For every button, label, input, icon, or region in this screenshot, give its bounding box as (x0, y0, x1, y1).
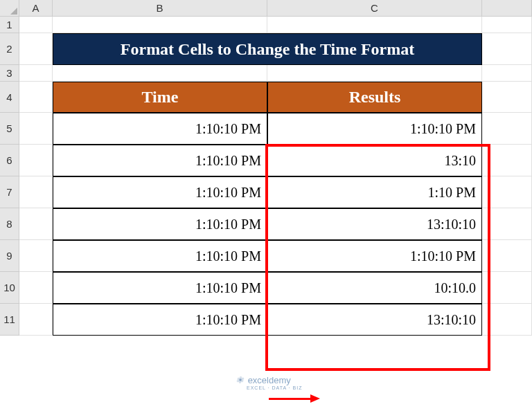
cell-d4[interactable] (482, 82, 532, 113)
row-header-1[interactable]: 1 (0, 17, 19, 33)
cell-c7[interactable]: 1:10 PM (267, 176, 482, 208)
cell-a7[interactable] (19, 176, 53, 208)
cell-d9[interactable] (482, 240, 532, 272)
cell-b9[interactable]: 1:10:10 PM (53, 240, 267, 272)
col-header-d[interactable] (482, 0, 532, 17)
cell-b6[interactable]: 1:10:10 PM (53, 145, 267, 176)
cell-c6[interactable]: 13:10 (267, 145, 482, 176)
cell-a1[interactable] (19, 17, 53, 33)
cell-d3[interactable] (482, 65, 532, 82)
cell-d8[interactable] (482, 208, 532, 240)
cell-c10[interactable]: 10:10.0 (267, 272, 482, 304)
cell-a4[interactable] (19, 82, 53, 113)
cell-a11[interactable] (19, 304, 53, 336)
cell-d1[interactable] (482, 17, 532, 33)
cell-a6[interactable] (19, 145, 53, 176)
cell-d10[interactable] (482, 272, 532, 304)
cell-a8[interactable] (19, 208, 53, 240)
cell-c8[interactable]: 13:10:10 (267, 208, 482, 240)
cell-c11[interactable]: 13:10:10 (267, 304, 482, 336)
cell-d5[interactable] (482, 113, 532, 145)
cell-b1[interactable] (53, 17, 267, 33)
cell-a2[interactable] (19, 33, 53, 65)
cell-b7[interactable]: 1:10:10 PM (53, 176, 267, 208)
row-header-4[interactable]: 4 (0, 82, 19, 113)
cell-c9[interactable]: 1:10:10 PM (267, 240, 482, 272)
cell-d11[interactable] (482, 304, 532, 336)
row-header-5[interactable]: 5 (0, 113, 19, 145)
watermark-text: exceldemy (248, 375, 291, 385)
row-header-7[interactable]: 7 (0, 176, 19, 208)
header-time[interactable]: Time (53, 82, 267, 113)
cell-b11[interactable]: 1:10:10 PM (53, 304, 267, 336)
row-header-9[interactable]: 9 (0, 240, 19, 272)
arrow-line (269, 398, 310, 400)
title-cell[interactable]: Format Cells to Change the Time Format (53, 33, 482, 65)
cell-a5[interactable] (19, 113, 53, 145)
cell-b5[interactable]: 1:10:10 PM (53, 113, 267, 145)
col-header-b[interactable]: B (53, 0, 267, 17)
row-header-3[interactable]: 3 (0, 65, 19, 82)
row-header-6[interactable]: 6 (0, 145, 19, 176)
arrow-indicator (269, 394, 320, 403)
col-header-a[interactable]: A (19, 0, 53, 17)
spreadsheet-grid: A B C 1 2 Format Cells to Change the Tim… (0, 0, 532, 336)
col-header-c[interactable]: C (267, 0, 482, 17)
cell-c1[interactable] (267, 17, 482, 33)
cell-c3[interactable] (267, 65, 482, 82)
row-header-2[interactable]: 2 (0, 33, 19, 65)
cell-b3[interactable] (53, 65, 267, 82)
cell-b8[interactable]: 1:10:10 PM (53, 208, 267, 240)
select-all-corner[interactable] (0, 0, 19, 17)
cell-a3[interactable] (19, 65, 53, 82)
cell-a10[interactable] (19, 272, 53, 304)
arrow-head-icon (310, 394, 320, 403)
cell-b10[interactable]: 1:10:10 PM (53, 272, 267, 304)
row-header-10[interactable]: 10 (0, 272, 19, 304)
row-header-11[interactable]: 11 (0, 304, 19, 336)
cell-d6[interactable] (482, 145, 532, 176)
watermark: exceldemy EXCEL · DATA · BIZ (236, 375, 303, 390)
cell-a9[interactable] (19, 240, 53, 272)
gear-icon (236, 375, 245, 385)
row-header-8[interactable]: 8 (0, 208, 19, 240)
cell-c5[interactable]: 1:10:10 PM (267, 113, 482, 145)
cell-d7[interactable] (482, 176, 532, 208)
cell-d2[interactable] (482, 33, 532, 65)
header-results[interactable]: Results (267, 82, 482, 113)
watermark-tagline: EXCEL · DATA · BIZ (247, 385, 303, 390)
